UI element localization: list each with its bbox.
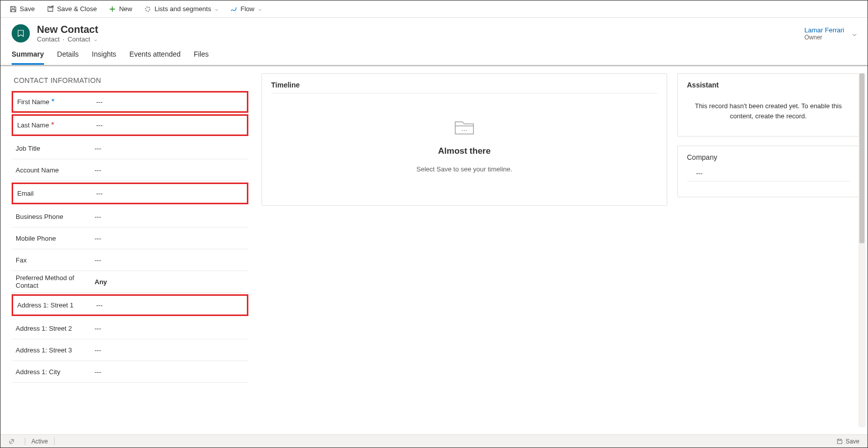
save-button[interactable]: Save [5,3,40,15]
field-value[interactable]: --- [86,235,244,242]
new-button[interactable]: New [104,3,137,15]
field-value[interactable]: --- [86,346,244,354]
field-value[interactable]: --- [88,121,243,129]
content: CONTACT INFORMATION First Name*---Last N… [1,65,867,434]
breadcrumb-form: Contact [67,35,90,43]
scrollbar-thumb[interactable] [859,73,864,243]
separator [25,438,25,445]
header-right: Lamar Ferrari Owner ⌵ [804,26,856,41]
timeline-card: Timeline Almost there Select Save to see… [262,73,667,206]
company-title: Company [687,153,850,161]
field-row[interactable]: Mobile Phone--- [12,228,248,249]
timeline-empty-state: Almost there Select Save to see your tim… [271,102,658,198]
header-text: New Contact Contact · Contact ⌵ [37,24,98,43]
field-row[interactable]: Address 1: Street 3--- [12,339,248,361]
field-label: Address 1: City [16,368,86,376]
lists-segments-button[interactable]: Lists and segments ⌵ [139,3,223,15]
field-label: Account Name [16,166,86,174]
statusbar-save-button[interactable]: Save [833,436,863,447]
field-label: First Name* [17,98,88,106]
field-value[interactable]: --- [86,256,244,264]
field-label: Mobile Phone [16,235,86,242]
save-close-icon [47,6,54,13]
field-row[interactable]: Address 1: Street 1--- [12,294,248,316]
folder-icon [452,117,476,137]
field-row[interactable]: Address 1: City--- [12,361,248,383]
field-label: Address 1: Street 3 [16,346,86,354]
tab-summary[interactable]: Summary [12,50,44,65]
status-active[interactable]: Active [31,438,48,445]
segments-icon [144,6,151,13]
field-value[interactable]: Any [86,278,244,286]
status-bar: Active Save [1,434,867,447]
company-card: Company --- [677,146,859,197]
chevron-down-icon: ⌵ [94,36,97,42]
field-row[interactable]: Job Title--- [12,138,248,159]
new-label: New [119,5,132,13]
field-label: Fax [16,256,86,264]
timeline-message: Select Save to see your timeline. [416,165,512,173]
breadcrumb-entity: Contact [37,35,60,43]
tabs: Summary Details Insights Events attended… [1,43,867,65]
field-row[interactable]: Business Phone--- [12,206,248,228]
field-label: Business Phone [16,213,86,220]
flow-button[interactable]: Flow ⌵ [225,3,266,15]
save-label: Save [20,5,35,13]
flow-icon [230,6,237,13]
section-title: CONTACT INFORMATION [9,73,251,89]
chevron-down-icon: ⌵ [258,6,262,12]
field-label: Address 1: Street 2 [16,325,86,332]
chevron-down-icon: ⌵ [215,6,218,12]
lists-label: Lists and segments [154,5,211,13]
right-column: Assistant This record hasn't been create… [677,73,859,427]
flow-label: Flow [240,5,254,13]
owner-block[interactable]: Lamar Ferrari Owner [804,26,844,41]
timeline-title: Timeline [271,81,658,94]
breadcrumb[interactable]: Contact · Contact ⌵ [37,35,98,43]
field-row[interactable]: Preferred Method of ContactAny [12,271,248,293]
field-label: Preferred Method of Contact [16,274,86,289]
field-value[interactable]: --- [86,213,244,220]
field-row[interactable]: First Name*--- [12,91,248,113]
tab-events[interactable]: Events attended [129,50,181,65]
field-value[interactable]: --- [88,301,243,309]
required-mark: * [51,123,54,127]
field-value[interactable]: --- [88,98,243,106]
tab-files[interactable]: Files [194,50,209,65]
assistant-title: Assistant [687,81,850,89]
field-value[interactable]: --- [88,190,243,197]
form-fields: First Name*---Last Name*---Job Title---A… [9,91,251,383]
field-value[interactable]: --- [86,166,244,174]
scrollbar[interactable] [858,73,865,427]
plus-icon [109,6,116,13]
command-bar: Save Save & Close New Lists and segments… [1,1,867,18]
contact-info-section: CONTACT INFORMATION First Name*---Last N… [9,73,251,427]
company-value[interactable]: --- [687,169,850,182]
timeline-column: Timeline Almost there Select Save to see… [262,73,667,427]
separator [54,438,55,445]
save-icon [10,6,17,13]
tab-insights[interactable]: Insights [92,50,116,65]
field-value[interactable]: --- [86,145,244,152]
field-row[interactable]: Last Name*--- [12,114,248,136]
popout-button[interactable] [5,436,19,446]
status-left: Active [5,436,55,446]
field-label: Email [17,190,88,197]
save-close-button[interactable]: Save & Close [42,3,102,15]
assistant-message: This record hasn't been created yet. To … [687,101,850,121]
field-row[interactable]: Email--- [12,183,248,204]
owner-name: Lamar Ferrari [804,26,844,34]
svg-point-0 [146,7,150,11]
field-label: Address 1: Street 1 [17,301,88,309]
chevron-down-icon[interactable]: ⌵ [852,29,856,37]
tab-details[interactable]: Details [57,50,79,65]
save-close-label: Save & Close [57,5,97,13]
field-row[interactable]: Address 1: Street 2--- [12,318,248,339]
entity-avatar [12,24,30,42]
field-value[interactable]: --- [86,368,244,376]
field-row[interactable]: Account Name--- [12,159,248,181]
field-row[interactable]: Fax--- [12,249,248,271]
field-value[interactable]: --- [86,325,244,332]
required-mark: * [52,100,55,104]
assistant-card: Assistant This record hasn't been create… [677,73,859,137]
